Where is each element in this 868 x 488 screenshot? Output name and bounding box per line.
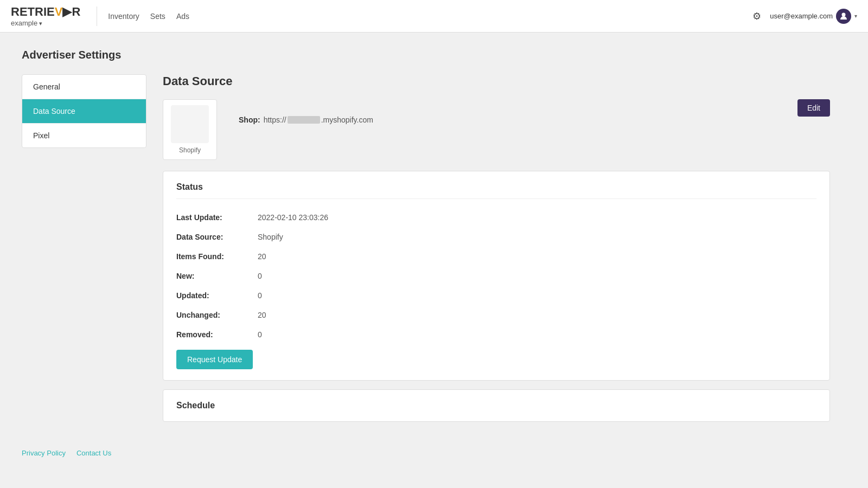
status-label-new: New: — [176, 272, 258, 280]
svg-rect-1 — [176, 111, 203, 138]
status-row-updated: Updated: 0 — [176, 286, 816, 305]
status-row-items-found: Items Found: 20 — [176, 247, 816, 266]
status-value-updated: 0 — [258, 291, 262, 300]
svg-point-0 — [842, 12, 846, 16]
status-row-last-update: Last Update: 2022-02-10 23:03:26 — [176, 208, 816, 227]
page-content: Advertiser Settings General Data Source … — [0, 33, 868, 438]
status-value-unchanged: 20 — [258, 311, 266, 319]
header: RETRIEV▶R example Inventory Sets Ads ⚙ u… — [0, 0, 868, 33]
status-row-removed: Removed: 0 — [176, 325, 816, 344]
header-divider — [97, 7, 97, 26]
schedule-card: Schedule — [163, 389, 830, 422]
status-label-updated: Updated: — [176, 291, 258, 300]
status-label-last-update: Last Update: — [176, 213, 258, 222]
edit-button[interactable]: Edit — [797, 99, 830, 117]
nav-ads[interactable]: Ads — [176, 10, 189, 23]
sidebar-item-general[interactable]: General — [22, 75, 146, 99]
footer: Privacy Policy Contact Us — [0, 438, 868, 468]
footer-contact-us[interactable]: Contact Us — [76, 449, 111, 457]
logo-text: RETRIEV▶R — [11, 5, 80, 19]
nav-sets[interactable]: Sets — [150, 10, 165, 23]
status-label-data-source: Data Source: — [176, 233, 258, 241]
shopify-card: 🛍 Shopify — [163, 99, 217, 160]
status-value-new: 0 — [258, 272, 262, 280]
status-value-last-update: 2022-02-10 23:03:26 — [258, 213, 328, 222]
status-row-new: New: 0 — [176, 266, 816, 286]
status-card: Status Last Update: 2022-02-10 23:03:26 … — [163, 171, 830, 381]
shopify-logo: 🛍 — [171, 105, 209, 143]
shop-url-prefix: https:// — [264, 115, 286, 124]
header-nav: Inventory Sets Ads — [108, 10, 752, 23]
gear-icon[interactable]: ⚙ — [752, 10, 761, 22]
section-title: Data Source — [163, 74, 830, 88]
shop-url-blurred — [288, 116, 320, 124]
header-right: ⚙ user@example.com ▾ — [752, 9, 857, 24]
user-info[interactable]: user@example.com ▾ — [770, 9, 857, 24]
status-label-removed: Removed: — [176, 330, 258, 339]
shop-url-suffix: .myshopify.com — [321, 115, 373, 124]
logo-subtext[interactable]: example — [11, 19, 80, 27]
shopify-label: Shopify — [169, 146, 211, 154]
main-layout: General Data Source Pixel Data Source 🛍 … — [22, 74, 846, 422]
sidebar-item-pixel[interactable]: Pixel — [22, 124, 146, 147]
user-email: user@example.com — [770, 12, 833, 20]
avatar — [836, 9, 851, 24]
status-value-removed: 0 — [258, 330, 262, 339]
logo: RETRIEV▶R example — [11, 5, 80, 27]
nav-inventory[interactable]: Inventory — [108, 10, 139, 23]
status-label-unchanged: Unchanged: — [176, 311, 258, 319]
footer-privacy-policy[interactable]: Privacy Policy — [22, 449, 66, 457]
status-value-data-source: Shopify — [258, 233, 283, 241]
schedule-title: Schedule — [176, 401, 816, 410]
shop-row: 🛍 Shopify Shop: https:// .myshopify.com … — [163, 99, 830, 160]
status-card-title: Status — [176, 182, 816, 199]
status-row-data-source: Data Source: Shopify — [176, 227, 816, 247]
sidebar-item-data-source[interactable]: Data Source — [22, 99, 146, 124]
status-value-items-found: 20 — [258, 252, 266, 261]
shop-label: Shop: — [239, 115, 260, 124]
sidebar: General Data Source Pixel — [22, 74, 146, 148]
shop-url-info: Shop: https:// .myshopify.com — [239, 99, 373, 124]
user-dropdown-arrow: ▾ — [854, 13, 857, 19]
request-update-button[interactable]: Request Update — [176, 350, 253, 369]
status-row-unchanged: Unchanged: 20 — [176, 305, 816, 325]
status-label-items-found: Items Found: — [176, 252, 258, 261]
page-title: Advertiser Settings — [22, 49, 846, 61]
main-area: Data Source 🛍 Shopify Shop: https:// — [146, 74, 846, 422]
